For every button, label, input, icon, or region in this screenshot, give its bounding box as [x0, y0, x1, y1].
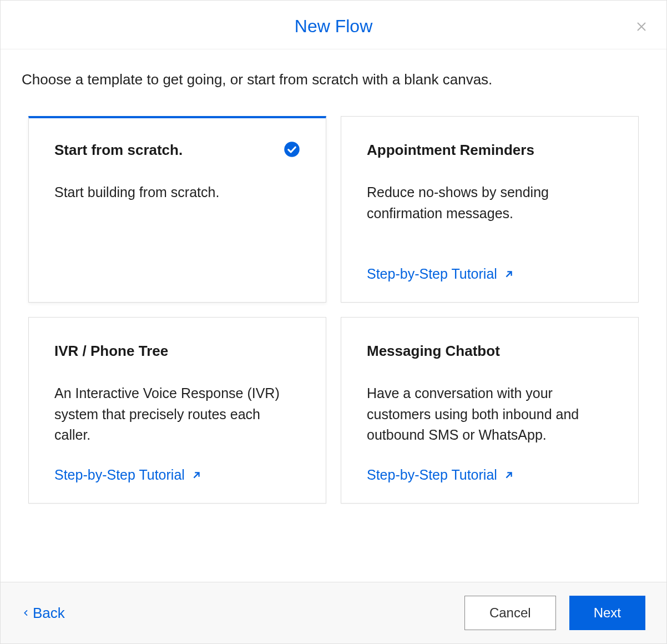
card-description: Start building from scratch.	[54, 182, 300, 282]
tutorial-link[interactable]: Step-by-Step Tutorial	[367, 467, 613, 483]
external-link-icon	[190, 469, 203, 481]
external-link-icon	[503, 268, 515, 280]
tutorial-link[interactable]: Step-by-Step Tutorial	[54, 467, 300, 483]
checkmark-icon	[284, 141, 300, 158]
modal-footer: Back Cancel Next	[1, 582, 666, 643]
card-title-row: IVR / Phone Tree	[54, 342, 300, 361]
tutorial-link-label: Step-by-Step Tutorial	[367, 467, 497, 483]
card-title-row: Appointment Reminders	[367, 141, 613, 160]
card-title: IVR / Phone Tree	[54, 342, 168, 361]
template-cards-grid: Start from scratch. Start building from …	[22, 116, 645, 504]
next-button[interactable]: Next	[569, 596, 645, 630]
modal-subtitle: Choose a template to get going, or start…	[22, 69, 645, 89]
tutorial-link-label: Step-by-Step Tutorial	[367, 266, 497, 282]
card-title: Appointment Reminders	[367, 141, 534, 160]
card-title: Start from scratch.	[54, 141, 183, 160]
svg-point-0	[284, 142, 300, 158]
template-card-ivr-phone-tree[interactable]: IVR / Phone Tree An Interactive Voice Re…	[28, 317, 326, 504]
back-button[interactable]: Back	[22, 605, 65, 622]
modal-header: New Flow	[1, 1, 666, 49]
chevron-left-icon	[22, 608, 31, 617]
external-link-icon	[503, 469, 515, 481]
modal-title: New Flow	[1, 16, 666, 37]
card-description: Have a conversation with your customers …	[367, 383, 613, 451]
tutorial-link[interactable]: Step-by-Step Tutorial	[367, 266, 613, 282]
card-title: Messaging Chatbot	[367, 342, 500, 361]
template-card-messaging-chatbot[interactable]: Messaging Chatbot Have a conversation wi…	[341, 317, 639, 504]
close-button[interactable]	[633, 18, 650, 35]
back-label: Back	[33, 605, 65, 622]
tutorial-link-label: Step-by-Step Tutorial	[54, 467, 185, 483]
card-title-row: Messaging Chatbot	[367, 342, 613, 361]
new-flow-modal: New Flow Choose a template to get going,…	[0, 0, 667, 644]
card-description: An Interactive Voice Response (IVR) syst…	[54, 383, 300, 451]
template-card-appointment-reminders[interactable]: Appointment Reminders Reduce no-shows by…	[341, 116, 639, 303]
cancel-button[interactable]: Cancel	[464, 596, 556, 630]
card-title-row: Start from scratch.	[54, 141, 300, 160]
close-icon	[635, 20, 648, 33]
modal-body[interactable]: Choose a template to get going, or start…	[1, 49, 666, 582]
card-description: Reduce no-shows by sending confirmation …	[367, 182, 613, 250]
template-card-start-from-scratch[interactable]: Start from scratch. Start building from …	[28, 116, 326, 303]
footer-actions: Cancel Next	[464, 596, 645, 630]
